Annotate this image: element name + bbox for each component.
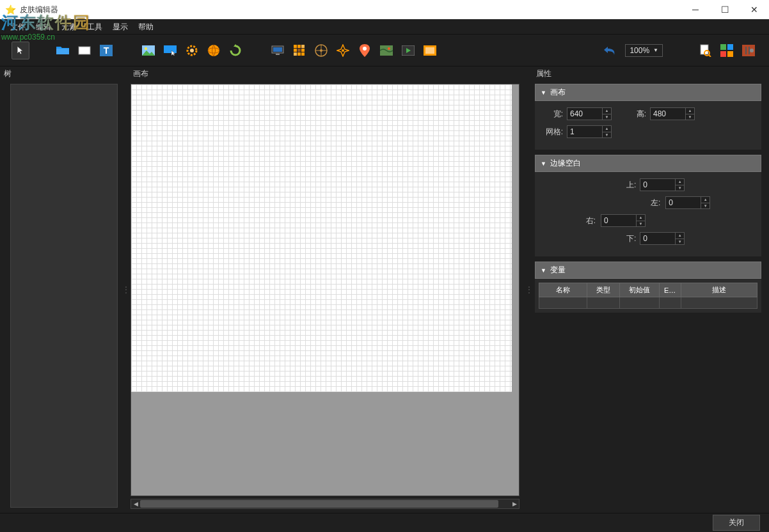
svg-rect-11 <box>273 47 282 52</box>
splitter-left[interactable]: ⋮ <box>123 66 129 513</box>
menu-tool[interactable]: 工具 <box>82 19 107 35</box>
close-window-button[interactable]: ✕ <box>740 0 769 19</box>
grid-input[interactable]: ▲▼ <box>567 125 612 138</box>
svg-rect-14 <box>297 45 301 48</box>
pointer-tool-icon[interactable] <box>12 42 29 59</box>
target-icon[interactable] <box>334 42 352 59</box>
section-canvas-header[interactable]: ▼ 画布 <box>535 84 761 101</box>
section-variables-title: 变量 <box>550 265 566 276</box>
variables-table[interactable]: 名称 类型 初始值 E… 描述 <box>539 283 757 309</box>
margin-left-label: 左: <box>651 198 660 208</box>
svg-rect-41 <box>745 47 747 54</box>
svg-rect-0 <box>79 47 90 54</box>
menu-element[interactable]: 元素 <box>56 19 82 35</box>
svg-rect-20 <box>297 52 301 56</box>
svg-rect-16 <box>294 49 297 52</box>
toolbar: T <box>0 35 769 66</box>
margin-right-label: 右: <box>586 215 596 226</box>
scroll-right-icon[interactable]: ▶ <box>510 499 519 508</box>
svg-point-4 <box>145 47 147 50</box>
menu-help[interactable]: 帮助 <box>133 19 159 35</box>
svg-rect-5 <box>164 45 177 53</box>
table-row[interactable] <box>539 297 757 309</box>
section-variables: ▼ 变量 名称 类型 初始值 E… 描述 <box>535 262 761 313</box>
col-init[interactable]: 初始值 <box>620 283 659 297</box>
svg-rect-15 <box>301 45 305 48</box>
svg-rect-38 <box>720 51 726 57</box>
margin-top-label: 上: <box>626 180 636 191</box>
svg-rect-36 <box>720 44 726 50</box>
play-icon[interactable] <box>399 42 417 59</box>
close-button[interactable]: 关闭 <box>713 515 760 531</box>
svg-point-7 <box>190 49 194 52</box>
col-desc[interactable]: 描述 <box>681 283 757 297</box>
col-ext[interactable]: E… <box>659 283 681 297</box>
section-variables-header[interactable]: ▼ 变量 <box>535 262 761 279</box>
margin-bottom-label: 下: <box>626 233 636 244</box>
rectangle-icon[interactable] <box>75 42 93 59</box>
margin-bottom-input[interactable]: ▲▼ <box>640 232 685 245</box>
canvas-grid <box>131 84 512 392</box>
menu-file[interactable]: 文件 <box>5 19 31 35</box>
globe-icon[interactable] <box>205 42 223 59</box>
menu-show[interactable]: 显示 <box>107 19 133 35</box>
minimize-button[interactable]: ─ <box>681 0 710 19</box>
margin-top-input[interactable]: ▲▼ <box>640 178 685 191</box>
canvas-area[interactable] <box>131 84 519 496</box>
properties-panel: 属性 ▼ 画布 宽: ▲▼ 高: <box>532 66 769 513</box>
map-icon[interactable] <box>377 42 395 59</box>
svg-rect-32 <box>425 47 434 54</box>
svg-rect-18 <box>301 49 305 52</box>
palette-icon[interactable] <box>718 42 736 59</box>
image-icon[interactable] <box>139 42 157 59</box>
refresh-icon[interactable] <box>226 42 244 59</box>
section-margin-header[interactable]: ▼ 边缘空白 <box>535 155 761 172</box>
height-input[interactable]: ▲▼ <box>650 107 695 120</box>
maximize-button[interactable]: ☐ <box>710 0 740 19</box>
search-page-icon[interactable] <box>696 42 714 59</box>
svg-rect-21 <box>301 52 305 56</box>
col-type[interactable]: 类型 <box>587 283 620 297</box>
splitter-right[interactable]: ⋮ <box>526 66 532 513</box>
horizontal-scrollbar[interactable]: ◀ ▶ <box>131 499 519 509</box>
cursor-image-icon[interactable] <box>161 42 179 59</box>
svg-point-27 <box>363 47 367 51</box>
svg-rect-19 <box>294 52 297 56</box>
text-icon[interactable]: T <box>97 42 115 59</box>
monitor-icon[interactable] <box>269 42 287 59</box>
svg-text:T: T <box>104 45 109 56</box>
svg-rect-37 <box>727 44 733 50</box>
grid-icon[interactable] <box>290 42 308 59</box>
col-name[interactable]: 名称 <box>539 283 587 297</box>
menu-edit[interactable]: 编辑 <box>31 19 56 35</box>
chevron-down-icon: ▼ <box>653 47 658 53</box>
svg-rect-39 <box>727 51 733 57</box>
scroll-left-icon[interactable]: ◀ <box>131 499 140 508</box>
app-icon: ⭐ <box>5 4 16 15</box>
svg-rect-13 <box>294 45 297 48</box>
pin-icon[interactable] <box>356 42 374 59</box>
menubar: 文件 编辑 元素 工具 显示 帮助 <box>0 19 769 35</box>
scroll-thumb[interactable] <box>140 500 498 508</box>
tree-content[interactable] <box>10 84 118 508</box>
svg-rect-12 <box>276 54 280 55</box>
svg-gear-icon[interactable] <box>183 42 201 59</box>
grid-label: 网格: <box>543 127 563 137</box>
undo-icon[interactable] <box>601 42 621 59</box>
folder-icon[interactable] <box>54 42 72 59</box>
compass-icon[interactable] <box>312 42 330 59</box>
section-canvas-title: 画布 <box>550 87 566 98</box>
tools-icon[interactable] <box>740 42 757 59</box>
height-label: 高: <box>626 109 646 120</box>
tree-panel: 树 <box>0 66 123 513</box>
margin-left-input[interactable]: ▲▼ <box>665 196 710 209</box>
footer: 关闭 <box>0 513 769 532</box>
zoom-select[interactable]: 100% ▼ <box>625 44 663 57</box>
section-margin-title: 边缘空白 <box>550 158 581 169</box>
width-input[interactable]: ▲▼ <box>567 107 612 120</box>
collapse-icon: ▼ <box>541 160 546 167</box>
badge-icon[interactable] <box>421 42 439 59</box>
svg-point-43 <box>750 49 754 52</box>
margin-right-input[interactable]: ▲▼ <box>601 214 646 227</box>
svg-point-29 <box>388 47 390 50</box>
